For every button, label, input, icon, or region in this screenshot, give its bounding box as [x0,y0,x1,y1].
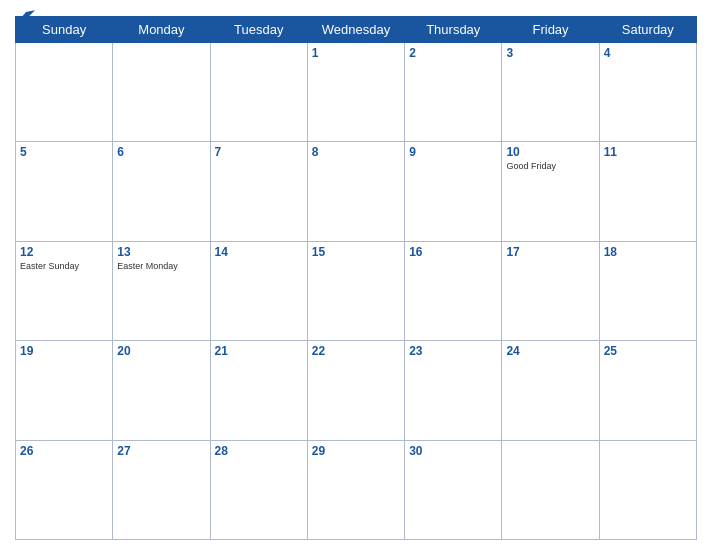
day-number: 27 [117,444,205,458]
calendar-cell: 12Easter Sunday [16,241,113,340]
calendar-cell: 20 [113,341,210,440]
calendar-cell: 10Good Friday [502,142,599,241]
header-wednesday: Wednesday [307,17,404,43]
calendar-cell: 8 [307,142,404,241]
logo [15,10,35,24]
calendar-cell: 5 [16,142,113,241]
calendar-cell: 1 [307,43,404,142]
calendar-cell: 19 [16,341,113,440]
calendar-cell: 13Easter Monday [113,241,210,340]
calendar-cell: 30 [405,440,502,539]
day-number: 11 [604,145,692,159]
day-number: 16 [409,245,497,259]
day-number: 28 [215,444,303,458]
calendar-cell: 26 [16,440,113,539]
calendar-cell: 25 [599,341,696,440]
day-number: 20 [117,344,205,358]
day-number: 13 [117,245,205,259]
calendar-cell: 28 [210,440,307,539]
calendar-cell: 24 [502,341,599,440]
calendar-cell [210,43,307,142]
calendar-week-row: 12Easter Sunday13Easter Monday1415161718 [16,241,697,340]
day-number: 17 [506,245,594,259]
calendar-cell [16,43,113,142]
calendar-cell: 22 [307,341,404,440]
calendar-cell: 18 [599,241,696,340]
day-number: 7 [215,145,303,159]
calendar-week-row: 1234 [16,43,697,142]
calendar-cell: 4 [599,43,696,142]
calendar-week-row: 19202122232425 [16,341,697,440]
day-number: 22 [312,344,400,358]
day-number: 25 [604,344,692,358]
day-number: 3 [506,46,594,60]
calendar-cell: 2 [405,43,502,142]
logo-blue-row [15,10,35,24]
day-number: 21 [215,344,303,358]
holiday-name: Easter Sunday [20,261,108,271]
day-number: 6 [117,145,205,159]
calendar-cell [502,440,599,539]
calendar-cell: 3 [502,43,599,142]
header-thursday: Thursday [405,17,502,43]
holiday-name: Good Friday [506,161,594,171]
header-tuesday: Tuesday [210,17,307,43]
calendar-page: Sunday Monday Tuesday Wednesday Thursday… [0,0,712,550]
day-number: 18 [604,245,692,259]
calendar-cell: 9 [405,142,502,241]
day-number: 29 [312,444,400,458]
day-number: 14 [215,245,303,259]
day-number: 5 [20,145,108,159]
calendar-cell [599,440,696,539]
calendar-cell: 11 [599,142,696,241]
day-number: 9 [409,145,497,159]
calendar-cell: 16 [405,241,502,340]
logo-bird-icon [17,10,35,24]
day-number: 19 [20,344,108,358]
calendar-cell: 29 [307,440,404,539]
calendar-cell: 23 [405,341,502,440]
day-number: 2 [409,46,497,60]
calendar-week-row: 5678910Good Friday11 [16,142,697,241]
svg-marker-0 [17,10,35,24]
day-number: 10 [506,145,594,159]
weekday-header-row: Sunday Monday Tuesday Wednesday Thursday… [16,17,697,43]
header-monday: Monday [113,17,210,43]
day-number: 23 [409,344,497,358]
day-number: 4 [604,46,692,60]
calendar-table: Sunday Monday Tuesday Wednesday Thursday… [15,16,697,540]
calendar-cell: 6 [113,142,210,241]
header-saturday: Saturday [599,17,696,43]
day-number: 1 [312,46,400,60]
day-number: 24 [506,344,594,358]
calendar-cell: 14 [210,241,307,340]
calendar-cell: 21 [210,341,307,440]
day-number: 12 [20,245,108,259]
calendar-cell: 7 [210,142,307,241]
header-friday: Friday [502,17,599,43]
calendar-cell [113,43,210,142]
calendar-week-row: 2627282930 [16,440,697,539]
day-number: 26 [20,444,108,458]
holiday-name: Easter Monday [117,261,205,271]
calendar-cell: 27 [113,440,210,539]
day-number: 8 [312,145,400,159]
calendar-cell: 17 [502,241,599,340]
calendar-cell: 15 [307,241,404,340]
day-number: 30 [409,444,497,458]
day-number: 15 [312,245,400,259]
